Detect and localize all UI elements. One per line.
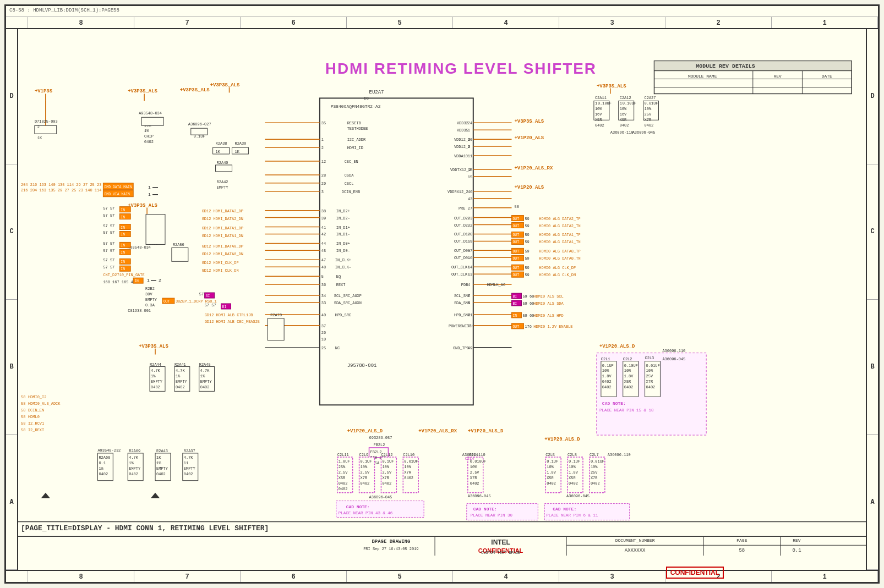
svg-text:C2L10: C2L10 <box>403 453 414 457</box>
svg-text:CAD NOTE:: CAD NOTE: <box>346 504 370 509</box>
svg-text:59: 59 <box>525 217 529 221</box>
svg-text:58: 58 <box>21 415 25 419</box>
svg-rect-161 <box>141 117 163 125</box>
svg-text:0.1: 0.1 <box>792 548 801 553</box>
svg-text:EMPTY: EMPTY <box>200 380 212 384</box>
svg-text:HDMI_ID: HDMI_ID <box>347 146 363 150</box>
svg-text:59: 59 <box>525 256 529 261</box>
grid-col-bot-1: 1 <box>772 571 878 582</box>
svg-text:OUT: OUT <box>512 233 519 237</box>
gnd-symbol-1 <box>41 493 50 498</box>
grid-row-a: A <box>6 435 17 570</box>
svg-text:59: 59 <box>525 249 529 254</box>
svg-text:HDMI0 ALG CLK_DN: HDMI0 ALG CLK_DN <box>539 273 576 277</box>
svg-text:+V1P20_ALS_D: +V1P20_ALS_D <box>544 437 580 442</box>
grid-col-bot-3: 3 <box>559 571 665 582</box>
svg-text:FB2L2: FB2L2 <box>373 443 385 447</box>
svg-text:20: 20 <box>468 232 472 237</box>
svg-text:37: 37 <box>467 324 471 328</box>
svg-text:2.5V: 2.5V <box>339 470 348 475</box>
svg-text:37: 37 <box>321 324 326 328</box>
svg-text:C2L11: C2L11 <box>337 453 349 457</box>
svg-text:PLACE NEAR PIN 6 & 11: PLACE NEAR PIN 6 & 11 <box>546 513 598 518</box>
svg-text:8: 8 <box>468 301 470 305</box>
svg-text:IN_D1+: IN_D1+ <box>336 226 350 230</box>
svg-text:CSDA: CSDA <box>345 173 354 178</box>
svg-text:41: 41 <box>321 226 326 230</box>
svg-text:C2L2: C2L2 <box>623 357 632 361</box>
svg-text:25V: 25V <box>591 470 598 475</box>
svg-text:58: 58 <box>21 421 25 426</box>
svg-text:693286-057: 693286-057 <box>369 436 392 440</box>
svg-text:19: 19 <box>468 239 472 244</box>
svg-text:GD12 HDMI_DATA0_DN: GD12 HDMI_DATA0_DN <box>202 252 243 256</box>
svg-text:MODULE NAME: MODULE NAME <box>688 74 717 79</box>
gnd-symbol-2 <box>151 493 160 498</box>
svg-text:0.1UF: 0.1UF <box>602 364 614 368</box>
svg-text:58: 58 <box>21 402 25 406</box>
svg-text:10%: 10% <box>361 465 368 469</box>
svg-text:13: 13 <box>468 272 472 277</box>
svg-text:1.8V: 1.8V <box>602 374 612 378</box>
svg-text:IN: IN <box>121 233 125 237</box>
svg-rect-257 <box>268 318 284 340</box>
svg-text:25V: 25V <box>645 112 652 117</box>
svg-text:0.01UF: 0.01UF <box>646 364 660 368</box>
svg-text:7: 7 <box>468 294 470 298</box>
svg-text:IN: IN <box>121 251 125 255</box>
svg-rect-175 <box>216 165 232 172</box>
grid-row-b: B <box>6 300 17 435</box>
svg-text:A36096-110: A36096-110 <box>608 453 631 457</box>
svg-text:36: 36 <box>321 283 326 287</box>
svg-text:GD12 HDMI_CLK_DN: GD12 HDMI_CLK_DN <box>202 268 239 273</box>
svg-text:C2L5: C2L5 <box>545 453 555 457</box>
svg-text:0402: 0402 <box>591 481 600 486</box>
svg-text:VDDA10: VDDA10 <box>454 154 468 158</box>
grid-col-bot-6: 6 <box>241 571 347 582</box>
svg-text:CEC_EN: CEC_EN <box>345 160 358 164</box>
svg-text:X5R: X5R <box>339 476 346 480</box>
svg-text:GD12 HDMI_DATA2_DP: GD12 HDMI_DATA2_DP <box>202 209 243 213</box>
svg-text:X7R: X7R <box>591 476 598 480</box>
svg-text:BI: BI <box>512 302 517 306</box>
svg-text:EMPTY: EMPTY <box>151 380 163 384</box>
svg-text:X5R: X5R <box>624 380 631 384</box>
svg-text:R2A43: R2A43 <box>156 449 168 453</box>
svg-text:33: 33 <box>321 301 326 305</box>
svg-text:GD12 HDMI_DATA1_DP: GD12 HDMI_DATA1_DP <box>202 226 243 230</box>
svg-text:GD12 HDMI_DATA1_DN: GD12 HDMI_DATA1_DN <box>202 234 243 238</box>
svg-text:CAD NOTE:: CAD NOTE: <box>473 507 497 512</box>
svg-text:HDML0: HDML0 <box>28 415 40 419</box>
svg-text:0.01UF: 0.01UF <box>645 101 658 106</box>
svg-text:I2_REXT: I2_REXT <box>28 428 44 432</box>
svg-text:35: 35 <box>321 121 326 125</box>
svg-text:10%: 10% <box>591 465 598 469</box>
svg-text:0402: 0402 <box>156 472 166 476</box>
svg-text:A36096-045: A36096-045 <box>632 130 656 135</box>
svg-text:12: 12 <box>321 160 326 164</box>
svg-text:4.7K: 4.7K <box>200 369 210 373</box>
svg-text:HPD_SRC: HPD_SRC <box>335 313 351 317</box>
svg-text:0402: 0402 <box>645 123 654 128</box>
svg-text:4: 4 <box>468 283 470 287</box>
svg-text:C2L9: C2L9 <box>359 453 369 457</box>
svg-text:C2L7: C2L7 <box>590 453 599 457</box>
svg-text:22: 22 <box>468 223 472 228</box>
svg-text:1%: 1% <box>176 374 181 378</box>
svg-text:2.5V: 2.5V <box>470 470 480 475</box>
svg-text:0402: 0402 <box>361 481 370 486</box>
svg-text:PLACE NEAR PIN 15 & 18: PLACE NEAR PIN 15 & 18 <box>599 408 654 413</box>
svg-text:+V3P3S_ALS: +V3P3S_ALS <box>210 83 240 88</box>
svg-text:10%: 10% <box>645 107 652 111</box>
svg-text:HDMI0 ALG CLK_DP: HDMI0 ALG CLK_DP <box>539 266 576 270</box>
svg-text:45: 45 <box>321 249 326 253</box>
svg-text:23: 23 <box>468 216 472 221</box>
svg-text:OUT: OUT <box>512 224 519 228</box>
svg-text:1K: 1K <box>216 150 221 154</box>
svg-text:10%: 10% <box>404 465 411 469</box>
grid-left: D C B A <box>6 29 18 570</box>
svg-text:58: 58 <box>21 428 25 432</box>
svg-text:R2A38: R2A38 <box>216 141 227 146</box>
svg-text:+V1P20_ALS_D: +V1P20_ALS_D <box>347 428 383 434</box>
svg-text:OUT: OUT <box>512 257 519 261</box>
